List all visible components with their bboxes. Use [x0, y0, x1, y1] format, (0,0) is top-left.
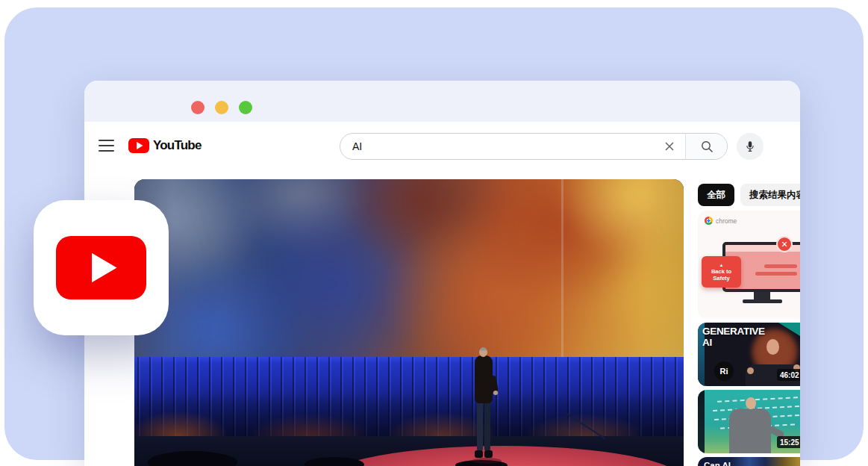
microphone-icon: [743, 140, 757, 153]
youtube-app-badge: [34, 200, 169, 335]
video-duration-badge: 15:25: [777, 436, 800, 448]
close-icon: [664, 140, 675, 152]
window-titlebar: [84, 81, 800, 122]
handwriting-line: [717, 397, 798, 403]
stage-curtain: [134, 357, 684, 436]
youtube-header: YouTube: [84, 122, 800, 179]
page-canvas: YouTube: [0, 0, 868, 466]
presenter-silhouette: [729, 408, 771, 453]
filter-chip-search-results[interactable]: 搜索结果内容: [740, 184, 800, 206]
filter-chip-row: 全部 搜索结果内容: [698, 184, 800, 206]
filter-chip-all[interactable]: 全部: [698, 184, 734, 206]
result-video-ted-talk[interactable]: 15:25: [698, 390, 800, 453]
search-bar: [340, 133, 728, 160]
search-button[interactable]: [685, 134, 727, 159]
clear-search-button[interactable]: [654, 134, 685, 159]
search-results-sidebar: 全部 搜索结果内容 chrome ✕ ▲ Back to Safe: [698, 184, 800, 466]
search-input[interactable]: [340, 134, 654, 159]
speaker-silhouette: [470, 347, 505, 464]
channel-badge: Ri: [714, 361, 734, 381]
main-video-player[interactable]: [134, 179, 684, 466]
thumbnail-accent: [698, 390, 705, 453]
thumbnail-title-overlay: Can AI: [704, 461, 731, 466]
zoom-window-button[interactable]: [239, 101, 252, 114]
warning-triangle-icon: ▲: [719, 263, 724, 268]
result-chrome-warning-card[interactable]: chrome ✕ ▲ Back to Safety: [698, 211, 800, 319]
youtube-logo-text: YouTube: [153, 138, 202, 153]
presenter-silhouette: [766, 339, 779, 355]
youtube-play-icon: [56, 236, 146, 299]
browser-window: YouTube: [84, 81, 800, 466]
thumbnail-title-overlay: GENERATIVE AI: [702, 326, 765, 348]
result-video-generative-ai[interactable]: GENERATIVE AI Ri 46:02: [698, 323, 800, 386]
stage-screen-seam: [561, 179, 563, 357]
back-to-safety-button: ▲ Back to Safety: [702, 256, 741, 288]
search-icon: [700, 140, 714, 153]
minimize-window-button[interactable]: [215, 101, 228, 114]
youtube-play-icon: [128, 138, 149, 153]
video-duration-badge: 46:02: [777, 369, 800, 381]
chrome-brand: chrome: [705, 217, 737, 225]
monitor-base: [743, 299, 782, 303]
presenter-silhouette: [747, 367, 754, 374]
presenter-silhouette: [746, 397, 756, 409]
menu-icon[interactable]: [99, 140, 114, 152]
result-video-can-ai[interactable]: Can AI: [698, 457, 800, 466]
youtube-logo[interactable]: YouTube: [128, 138, 202, 153]
stage-screen-shade: [134, 179, 684, 357]
chrome-icon: [705, 217, 713, 225]
close-window-button[interactable]: [191, 101, 204, 114]
monitor-stand: [754, 292, 770, 299]
voice-search-button[interactable]: [737, 133, 764, 160]
error-x-icon: ✕: [776, 236, 793, 252]
chrome-brand-label: chrome: [716, 217, 737, 225]
